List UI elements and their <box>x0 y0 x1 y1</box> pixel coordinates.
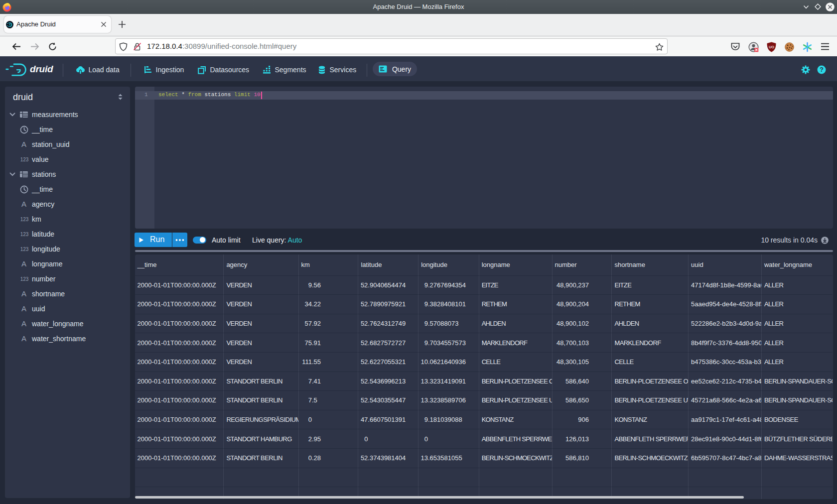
svg-text:A: A <box>21 320 26 328</box>
svg-text:?: ? <box>820 66 824 73</box>
svg-text:123: 123 <box>20 276 29 281</box>
svg-text:A: A <box>21 200 26 208</box>
svg-text:123: 123 <box>20 156 29 162</box>
svg-text:A: A <box>21 335 26 343</box>
svg-text:A: A <box>21 305 26 313</box>
svg-text:123: 123 <box>20 216 29 222</box>
svg-text:UO: UO <box>769 44 774 49</box>
svg-text:A: A <box>21 290 26 298</box>
svg-text:A: A <box>21 260 26 268</box>
svg-text:A: A <box>21 140 26 148</box>
